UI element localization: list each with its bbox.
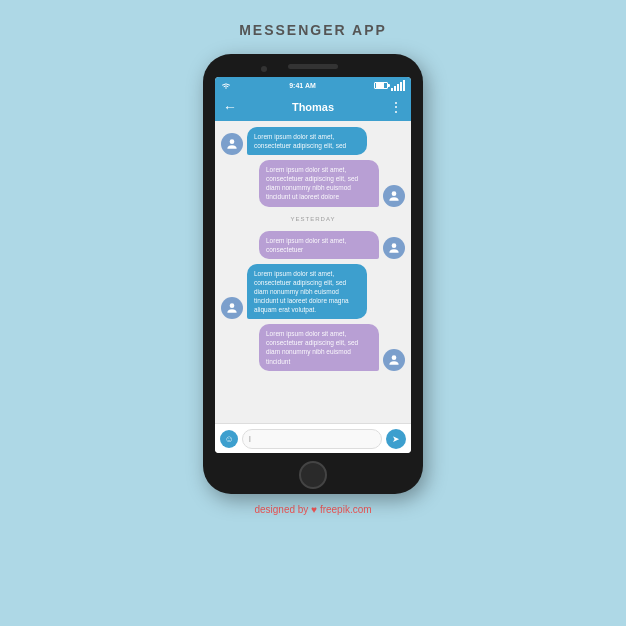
avatar	[221, 133, 243, 155]
avatar	[383, 185, 405, 207]
phone-body: 9:41 AM ←	[203, 54, 423, 494]
message-input[interactable]	[242, 429, 382, 449]
message-bubble: Lorem ipsum dolor sit amet, consectetuer…	[247, 264, 367, 319]
more-options-button[interactable]: ⋮	[389, 99, 403, 115]
chat-header: ← Thomas ⋮	[215, 93, 411, 121]
message-bubble: Lorem ipsum dolor sit amet, consectetuer…	[259, 324, 379, 370]
message-row: Lorem ipsum dolor sit amet, consectetuer…	[221, 324, 405, 370]
avatar	[221, 297, 243, 319]
svg-point-4	[392, 355, 397, 360]
signal-bar-3	[397, 84, 399, 91]
heart-icon: ♥	[311, 504, 317, 515]
svg-point-1	[392, 191, 397, 196]
phone-mockup: 9:41 AM ←	[203, 54, 423, 494]
message-bubble: Lorem ipsum dolor sit amet, consectetuer…	[247, 127, 367, 155]
chat-messages: Lorem ipsum dolor sit amet, consectetuer…	[215, 121, 411, 423]
signal-bar-2	[394, 86, 396, 91]
message-row: Lorem ipsum dolor sit amet, consectetuer…	[221, 264, 405, 319]
emoji-icon: ☺	[224, 434, 233, 444]
battery-tip	[388, 84, 390, 87]
avatar	[383, 349, 405, 371]
message-row: Lorem ipsum dolor sit amet, consectetuer…	[221, 127, 405, 155]
signal-bars	[391, 80, 405, 91]
page-title: MESSENGER APP	[239, 22, 387, 38]
back-button[interactable]: ←	[223, 99, 237, 115]
chat-input-bar: ☺ ➤	[215, 423, 411, 453]
status-bar: 9:41 AM	[215, 77, 411, 93]
svg-point-2	[392, 243, 397, 248]
status-time: 9:41 AM	[289, 82, 316, 89]
phone-speaker	[288, 64, 338, 69]
footer: designed by ♥ freepik.com	[254, 504, 371, 515]
emoji-button[interactable]: ☺	[220, 430, 238, 448]
phone-screen: 9:41 AM ←	[215, 77, 411, 453]
contact-name: Thomas	[292, 101, 334, 113]
battery-fill	[376, 83, 384, 88]
footer-label: designed by	[254, 504, 308, 515]
battery-icon	[374, 82, 388, 89]
message-row: Lorem ipsum dolor sit amet, consectetuer	[221, 231, 405, 259]
message-row: Lorem ipsum dolor sit amet, consectetuer…	[221, 160, 405, 206]
signal-bar-4	[400, 82, 402, 91]
avatar	[383, 237, 405, 259]
home-button[interactable]	[299, 461, 327, 489]
signal-bar-1	[391, 88, 393, 91]
footer-brand: freepik.com	[320, 504, 372, 515]
send-button[interactable]: ➤	[386, 429, 406, 449]
svg-point-3	[230, 304, 235, 309]
wifi-icon	[221, 81, 231, 90]
svg-point-0	[230, 140, 235, 145]
message-bubble: Lorem ipsum dolor sit amet, consectetuer…	[259, 160, 379, 206]
send-icon: ➤	[392, 434, 400, 444]
message-bubble: Lorem ipsum dolor sit amet, consectetuer	[259, 231, 379, 259]
status-icons	[374, 80, 405, 91]
phone-camera	[261, 66, 267, 72]
date-separator: YESTERDAY	[221, 216, 405, 222]
signal-bar-5	[403, 80, 405, 91]
